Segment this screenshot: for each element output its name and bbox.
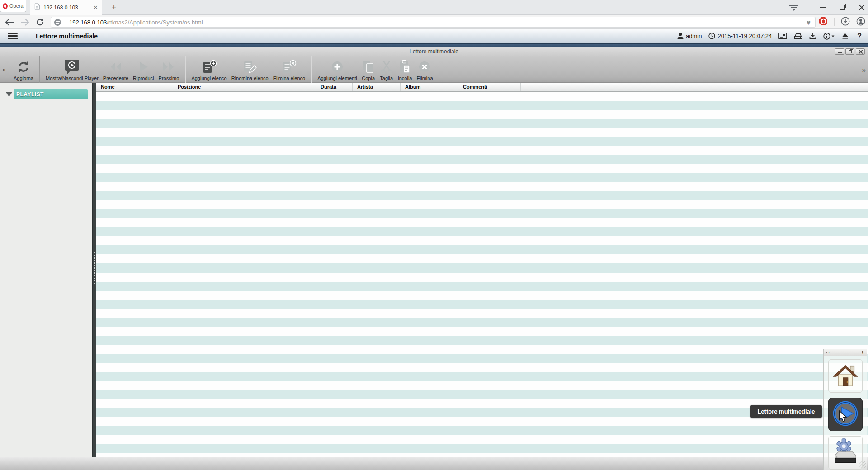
browser-minimize-button[interactable] bbox=[820, 7, 826, 8]
expander-triangle-icon[interactable] bbox=[6, 92, 12, 97]
tab-favicon-page-icon bbox=[34, 3, 40, 12]
browser-tab[interactable]: 192.168.0.103 ✕ bbox=[30, 0, 102, 15]
column-header-album[interactable]: Album bbox=[401, 83, 458, 91]
cut-label: Taglia bbox=[380, 75, 393, 81]
back-button[interactable] bbox=[4, 17, 15, 27]
delete-list-icon bbox=[281, 59, 297, 75]
next-button: Prossimo bbox=[156, 56, 182, 83]
toolbar-collapse-button[interactable]: « bbox=[0, 56, 8, 83]
new-tab-button[interactable]: + bbox=[108, 1, 120, 14]
site-info-icon[interactable] bbox=[54, 19, 61, 26]
delete-circle-icon bbox=[418, 59, 431, 75]
column-header-commenti[interactable]: Commenti bbox=[458, 83, 521, 91]
system-info-dropdown-icon[interactable] bbox=[823, 33, 835, 40]
adblock-shield-icon[interactable] bbox=[819, 17, 828, 28]
empty-row bbox=[96, 191, 868, 200]
hardware-status-icon[interactable] bbox=[794, 33, 802, 39]
refresh-button[interactable]: Aggiorna bbox=[11, 56, 36, 83]
eject-icon[interactable] bbox=[842, 33, 849, 39]
toolbar-overflow-button[interactable]: » bbox=[862, 66, 866, 74]
dock-item-media-player[interactable] bbox=[828, 398, 863, 431]
empty-row bbox=[96, 309, 868, 318]
url-path: /rtknas2/Applications/System/os.html bbox=[107, 19, 203, 26]
toggle-player-button[interactable]: Mostra/Nascondi Player bbox=[43, 56, 101, 83]
paste-label: Incolla bbox=[398, 75, 412, 81]
empty-row bbox=[96, 101, 868, 110]
delete-button: Elimina bbox=[414, 56, 435, 83]
opera-menu-button[interactable]: Opera bbox=[0, 0, 26, 12]
copy-icon bbox=[362, 59, 375, 75]
delete-playlist-button: Elimina elenco bbox=[271, 56, 308, 83]
dock-undo-icon[interactable]: ↩ bbox=[826, 349, 830, 356]
window-titlebar[interactable]: Lettore multimediale bbox=[0, 47, 868, 56]
dock-item-storage[interactable] bbox=[828, 436, 863, 470]
empty-row bbox=[96, 164, 868, 173]
column-header-posizione[interactable]: Posizione bbox=[173, 83, 316, 91]
opera-logo-icon bbox=[3, 3, 8, 9]
empty-row bbox=[96, 336, 868, 345]
empty-row bbox=[96, 327, 868, 336]
empty-row bbox=[96, 218, 868, 227]
column-header-filler bbox=[521, 83, 868, 91]
previous-button: Precedente bbox=[101, 56, 131, 83]
column-header-nome[interactable]: Nome bbox=[96, 83, 173, 91]
browser-close-button[interactable] bbox=[859, 5, 864, 10]
dock-tooltip: Lettore multimediale bbox=[750, 405, 822, 418]
toggle-player-label: Mostra/Nascondi Player bbox=[46, 75, 99, 81]
play-icon bbox=[137, 59, 149, 75]
empty-row bbox=[96, 146, 868, 155]
screen: Opera 192.168.0.103 ✕ + 192.168.0.103/rt… bbox=[0, 0, 868, 470]
bookmark-heart-icon[interactable]: ♥ bbox=[807, 19, 811, 26]
rename-list-icon bbox=[242, 59, 258, 75]
splitter-grip[interactable] bbox=[94, 252, 95, 287]
tab-close-icon[interactable]: ✕ bbox=[93, 5, 98, 10]
browser-restore-button[interactable] bbox=[840, 5, 845, 10]
empty-row bbox=[96, 173, 868, 182]
easy-setup-icon[interactable] bbox=[789, 5, 798, 11]
forward-button[interactable] bbox=[19, 17, 31, 27]
tab-title: 192.168.0.103 bbox=[43, 5, 90, 11]
hamburger-menu-icon[interactable] bbox=[8, 33, 18, 39]
nas-app-title: Lettore multimediale bbox=[36, 33, 98, 40]
downloads-icon[interactable] bbox=[841, 17, 850, 28]
url-field[interactable]: 192.168.0.103/rtknas2/Applications/Syste… bbox=[51, 17, 816, 28]
table-header-row: NomePosizioneDurataArtistaAlbumCommenti bbox=[96, 83, 868, 92]
paste-icon bbox=[398, 59, 412, 75]
empty-row bbox=[96, 318, 868, 327]
paste-button: Incolla bbox=[396, 56, 415, 83]
toolbar-group-3: Aggiungi elencoRinomina elencoElimina el… bbox=[185, 56, 311, 83]
sidebar-splitter[interactable] bbox=[92, 83, 96, 457]
download-station-icon[interactable] bbox=[809, 33, 816, 39]
profile-icon[interactable] bbox=[856, 17, 865, 28]
empty-row bbox=[96, 390, 868, 399]
reload-button[interactable] bbox=[34, 17, 46, 27]
url-host: 192.168.0.103 bbox=[69, 19, 107, 26]
user-indicator[interactable]: admin bbox=[677, 33, 702, 39]
display-settings-icon[interactable] bbox=[778, 33, 787, 39]
help-button[interactable]: ? bbox=[855, 32, 863, 40]
window-close-button[interactable] bbox=[856, 48, 865, 55]
header-accent-strip bbox=[0, 43, 868, 47]
playlist-label[interactable]: PLAYLIST bbox=[14, 89, 88, 99]
opera-brand-label: Opera bbox=[9, 3, 24, 9]
playlist-table: NomePosizioneDurataArtistaAlbumCommenti bbox=[96, 83, 868, 457]
sidebar-item-playlist[interactable]: PLAYLIST bbox=[6, 89, 88, 99]
play-label: Riproduci bbox=[133, 75, 154, 81]
empty-row bbox=[96, 245, 868, 254]
clock-indicator: 2015-11-19 20:07:24 bbox=[708, 33, 772, 39]
empty-row bbox=[96, 155, 868, 164]
column-header-artista[interactable]: Artista bbox=[353, 83, 401, 91]
dock-collapse-icon[interactable]: ↟ bbox=[861, 349, 864, 356]
add-playlist-button[interactable]: Aggiungi elenco bbox=[189, 56, 229, 83]
cut-icon bbox=[380, 59, 393, 75]
browser-tabstrip: Opera 192.168.0.103 ✕ + bbox=[0, 0, 868, 15]
add-circle-icon bbox=[330, 59, 344, 75]
browser-addressbar: 192.168.0.103/rtknas2/Applications/Syste… bbox=[0, 15, 868, 29]
window-restore-button[interactable] bbox=[845, 48, 854, 55]
window-minimize-button[interactable] bbox=[835, 48, 844, 55]
empty-row bbox=[96, 254, 868, 263]
column-header-durata[interactable]: Durata bbox=[316, 83, 353, 91]
dock-item-home[interactable] bbox=[828, 359, 863, 393]
rename-playlist-button: Rinomina elenco bbox=[229, 56, 271, 83]
empty-row bbox=[96, 119, 868, 128]
